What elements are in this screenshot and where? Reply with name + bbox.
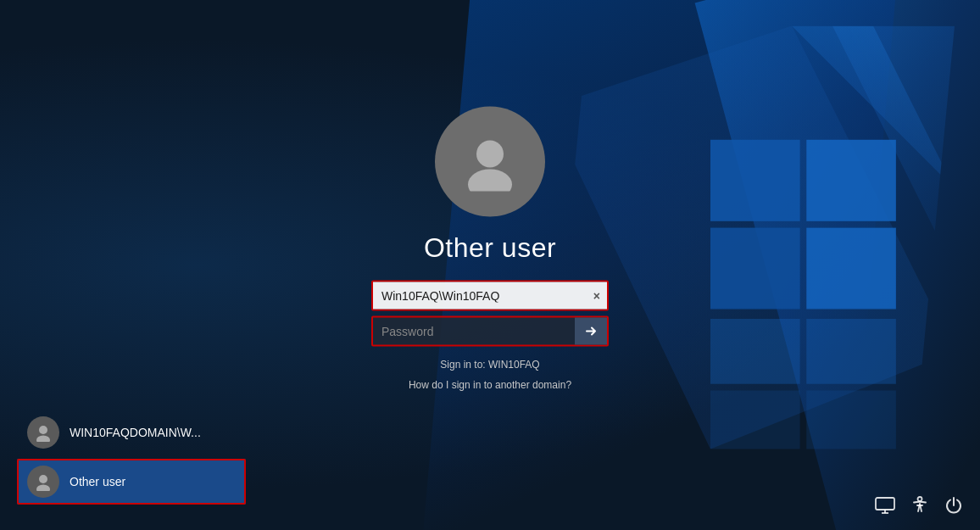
password-field-wrap [371,315,609,346]
user-icon-1 [34,472,53,491]
accessibility-icon [910,496,929,515]
sign-in-to-label: Sign in to: WIN10FAQ [371,358,609,370]
svg-marker-8 [710,140,800,221]
user-list: WIN10FAQDOMAIN\W... Other user [17,410,246,505]
svg-marker-11 [806,319,896,384]
user-avatar-icon [460,131,520,191]
username-clear-button[interactable]: × [593,288,600,302]
power-button[interactable] [944,496,963,515]
svg-marker-5 [806,140,896,221]
power-icon [944,496,963,515]
arrow-right-icon [584,324,598,338]
display-icon [875,497,895,514]
svg-point-17 [36,436,50,443]
user-list-item-0[interactable]: WIN10FAQDOMAIN\W... [17,410,246,455]
user-name-1: Other user [70,475,125,488]
display-button[interactable] [875,497,895,514]
svg-marker-9 [710,227,800,309]
svg-point-23 [918,497,922,501]
login-panel: Other user × Sign in to: WIN10FAQ How do… [371,106,609,390]
svg-marker-10 [710,319,800,384]
svg-point-14 [476,140,504,167]
avatar [435,106,545,216]
svg-marker-7 [806,227,896,309]
user-avatar-0 [27,416,59,449]
user-list-item-1[interactable]: Other user [17,459,246,505]
svg-point-18 [39,475,47,483]
svg-point-15 [468,169,512,191]
user-icon-0 [34,423,53,442]
windows-logo [548,25,955,449]
svg-marker-13 [806,390,896,449]
svg-marker-12 [710,390,800,449]
accessibility-button[interactable] [910,496,929,515]
login-username: Other user [424,232,556,263]
password-input[interactable] [373,317,575,344]
svg-rect-20 [876,498,894,510]
user-avatar-1 [27,466,59,498]
username-field-wrap: × [371,280,609,310]
login-form: × Sign in to: WIN10FAQ How do I sign in … [371,280,609,390]
domain-help-link[interactable]: How do I sign in to another domain? [371,378,609,390]
password-submit-button[interactable] [575,317,607,344]
user-name-0: WIN10FAQDOMAIN\W... [70,426,201,439]
bottom-controls [875,496,963,515]
svg-point-19 [36,485,50,492]
svg-point-16 [39,426,47,434]
username-input[interactable] [373,282,607,309]
